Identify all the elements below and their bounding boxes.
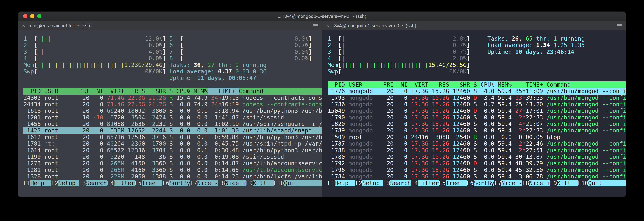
cpu-meter-row-2-load: 2 [| 0.7%] Load average: 1.34 1.25 1.35 xyxy=(328,42,626,48)
fn-quit[interactable]: F10Quit xyxy=(274,180,322,186)
fn-help[interactable]: F1Help xyxy=(24,180,51,186)
fn-help[interactable]: F1Help xyxy=(328,180,356,186)
desktop: { "window": { "title": "1. r3v4@mongodb-… xyxy=(0,0,644,221)
uptime-row: Uptime: 11 days, 00:05:47 xyxy=(24,75,322,81)
pane-title: r3v4@mongodb-1-servers-vm-0: ~ (ssh) xyxy=(332,23,614,28)
process-row[interactable]: 1787 mongodb 20 0 17.3G 15.2G 12460 S 0.… xyxy=(328,140,626,147)
process-row-selected[interactable]: 1776 mongodb 20 0 17.3G 15.2G 12460 S 4.… xyxy=(328,88,626,94)
minimize-button[interactable] xyxy=(30,14,34,18)
process-row[interactable]: 1786 mongodb 20 0 17.3G 15.2G 12460 S 0.… xyxy=(328,101,626,108)
process-row[interactable]: 1273 root 20 0 266M 4160 3360 S 0.0 0.0 … xyxy=(24,160,322,166)
swap-meter-load-row: Swp[ 0K/0K] Load average: 0.37 0.33 0.36 xyxy=(24,68,322,75)
fn-quit[interactable]: F10Quit xyxy=(578,180,626,186)
process-row[interactable]: 1793 mongodb 20 0 17.3G 15.2G 12460 D 3.… xyxy=(328,94,626,101)
close-pane-icon[interactable]: × xyxy=(22,23,25,28)
fn-tree[interactable]: F5Tree xyxy=(135,180,162,186)
terminal-pane-right[interactable]: 1 [| 2.8%] Tasks: 26, 65 thr; 1 running2… xyxy=(322,30,626,197)
process-row[interactable]: 1618 root 20 0 66240 18092 3800 S 0.0 0.… xyxy=(24,108,322,114)
terminal-line xyxy=(24,81,322,88)
fn-setup[interactable]: F2Setup xyxy=(356,180,383,186)
title-bar[interactable]: 1. r3v4@mongodb-1-servers-vm-0: ~ (ssh) xyxy=(18,12,626,21)
close-pane-icon[interactable]: × xyxy=(326,23,330,28)
cpu-meter-row-1-5: 1 [||||| 12.0%] 5 [ 0.0%] xyxy=(24,35,322,42)
fn-search[interactable]: F3Search xyxy=(79,180,107,186)
traffic-lights xyxy=(23,14,42,18)
fn-setup[interactable]: F2Setup xyxy=(51,180,79,186)
fn-nice-plus[interactable]: F8Nice + xyxy=(522,180,550,186)
process-row[interactable]: 24434 root 20 0 71.4G 22.0G 21.2G S 0.0 … xyxy=(24,101,322,108)
process-row[interactable]: 1788 mongodb 20 0 17.3G 15.2G 12460 S 0.… xyxy=(328,147,626,154)
terminal-line xyxy=(328,75,626,81)
fn-tree[interactable]: F5Tree xyxy=(439,180,466,186)
process-row[interactable]: 1796 mongodb 20 0 17.3G 15.2G 12460 S 0.… xyxy=(328,167,626,173)
process-row[interactable]: 1784 mongodb 20 0 17.3G 15.2G 12460 S 0.… xyxy=(328,173,626,180)
table-header[interactable]: PID USER PRI NI VIRT RES SHR S CPU% MEM%… xyxy=(24,88,322,94)
cpu-meter-row-4-8: 4 [ 0.0%] 8 [ 0.0%] xyxy=(24,55,322,62)
process-row[interactable]: 1612 root 20 0 65716 17536 3716 S 0.0 0.… xyxy=(24,134,322,140)
fn-sortby[interactable]: F6SortBy xyxy=(162,180,190,186)
cpu-meter-row-2-6: 2 [ 0.0%] 6 [| 0.7%] xyxy=(24,42,322,48)
cpu-meter-row-1-tasks: 1 [| 2.8%] Tasks: 26, 65 thr; 1 running xyxy=(328,35,626,42)
process-row[interactable]: 1509 root 20 0 24416 3088 2540 R 0.0 0.0… xyxy=(328,134,626,140)
process-row[interactable]: 24302 root 20 0 71.4G 22.0G 21.2G R 15.4… xyxy=(24,94,322,101)
pane-title: root@eos-mainnet-full: ~ (ssh) xyxy=(28,23,310,28)
process-row[interactable]: 1201 root 10 -10 5720 3504 2424 S 0.0 0.… xyxy=(24,114,322,121)
htop-screen: 1 [||||| 12.0%] 5 [ 0.0%]2 [ 0.0%] 6 [| … xyxy=(24,35,322,186)
window-title: 1. r3v4@mongodb-1-servers-vm-0: ~ (ssh) xyxy=(18,14,626,19)
mem-meter-tasks-row: Mem[|||||||||||||||||||||||||1.23G/29.4G… xyxy=(24,62,322,68)
zoom-button[interactable] xyxy=(37,14,42,18)
table-header[interactable]: PID USER PRI NI VIRT RES SHR S CPU% MEM%… xyxy=(328,81,626,88)
htop-screen: 1 [| 2.8%] Tasks: 26, 65 thr; 1 running2… xyxy=(328,35,626,186)
split-content: 1 [||||| 12.0%] 5 [ 0.0%]2 [ 0.0%] 6 [| … xyxy=(18,30,626,197)
fn-filter[interactable]: F4Filter xyxy=(411,180,439,186)
fn-kill[interactable]: F9Kill xyxy=(550,180,578,186)
function-key-bar: F1Help F2Setup F3SearchF4FilterF5Tree F6… xyxy=(24,180,322,186)
cpu-meter-row-3-uptime: 3 [| 0.7%] Uptime: 10 days, 23:46:14 xyxy=(328,48,626,55)
process-row[interactable]: 1456 root 20 0 81068 2636 2232 S 0.0 0.0… xyxy=(24,121,322,127)
fn-kill[interactable]: F9Kill xyxy=(246,180,274,186)
process-row[interactable]: 1199 root 20 0 5220 148 36 S 0.0 0.0 0:1… xyxy=(24,154,322,160)
process-row[interactable]: 1328 root 20 0 229M 2060 1388 S 0.0 0.0 … xyxy=(24,173,322,180)
fn-sortby[interactable]: F6SortBy xyxy=(466,180,494,186)
swap-meter-row: Swp[ 0K/0K] xyxy=(328,68,626,75)
pane-tab-left[interactable]: × root@eos-mainnet-full: ~ (ssh) xyxy=(18,21,322,30)
process-row[interactable]: 1614 root 20 0 65572 17336 3704 S 0.0 0.… xyxy=(24,147,322,154)
fn-nice-minus[interactable]: F7Nice - xyxy=(190,180,218,186)
process-row[interactable]: 1792 mongodb 20 0 17.3G 15.2G 12460 D 0.… xyxy=(328,160,626,166)
fn-search[interactable]: F3Search xyxy=(383,180,411,186)
process-row[interactable]: 1281 root 20 0 266M 4160 3360 S 0.0 0.0 … xyxy=(24,167,322,173)
hamburger-menu-icon[interactable] xyxy=(313,24,318,28)
cpu-meter-row-3-7: 3 [|| 4.0%] 7 [ 0.0%] xyxy=(24,48,322,55)
process-row[interactable]: 15049 mongodb 20 0 17.3G 15.2G 12460 D 0… xyxy=(328,108,626,114)
mem-meter-row: Mem[|||||||||||||||||||||||||15.4G/25.5G… xyxy=(328,62,626,68)
hamburger-menu-icon[interactable] xyxy=(617,24,622,28)
fn-filter[interactable]: F4Filter xyxy=(107,180,134,186)
terminal-window: 1. r3v4@mongodb-1-servers-vm-0: ~ (ssh) … xyxy=(18,12,626,197)
process-row-selected[interactable]: 1423 root 20 0 536M 12652 2244 S 0.0 0.0… xyxy=(24,127,322,134)
function-key-bar: F1Help F2Setup F3SearchF4FilterF5Tree F6… xyxy=(328,180,626,186)
terminal-pane-left[interactable]: 1 [||||| 12.0%] 5 [ 0.0%]2 [ 0.0%] 6 [| … xyxy=(18,30,322,197)
process-row[interactable]: 1789 mongodb 20 0 17.3G 15.2G 12460 S 0.… xyxy=(328,127,626,134)
cpu-meter-row-4: 4 [| 2.0%] xyxy=(328,55,626,62)
close-button[interactable] xyxy=(23,14,28,18)
process-row[interactable]: 1820 mongodb 20 0 17.3G 15.2G 12460 S 0.… xyxy=(328,121,626,127)
pane-title-bars: × root@eos-mainnet-full: ~ (ssh) × r3v4@… xyxy=(18,21,626,30)
pane-tab-right[interactable]: × r3v4@mongodb-1-servers-vm-0: ~ (ssh) xyxy=(322,21,626,30)
process-row[interactable]: 1780 mongodb 20 0 17.3G 15.2G 12460 S 0.… xyxy=(328,154,626,160)
fn-nice-plus[interactable]: F8Nice + xyxy=(218,180,246,186)
process-row[interactable]: 1790 mongodb 20 0 17.3G 15.2G 12460 S 0.… xyxy=(328,114,626,121)
fn-nice-minus[interactable]: F7Nice - xyxy=(494,180,522,186)
process-row[interactable]: 1781 ntp 20 0 40264 2360 1780 S 0.0 0.0 … xyxy=(24,140,322,147)
